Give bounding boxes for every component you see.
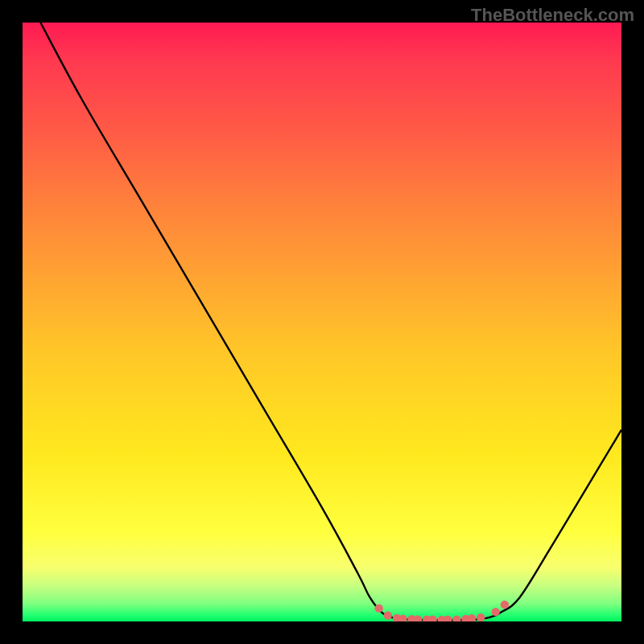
data-dot bbox=[444, 616, 452, 621]
chart-svg bbox=[23, 23, 621, 621]
data-dot bbox=[452, 615, 460, 621]
data-dot bbox=[374, 604, 382, 612]
data-dot bbox=[414, 615, 422, 621]
chart-plot-area bbox=[23, 23, 621, 621]
watermark-text: TheBottleneck.com bbox=[471, 5, 634, 26]
data-dot bbox=[468, 614, 476, 621]
curve-line bbox=[40, 23, 621, 621]
data-dot bbox=[428, 616, 436, 621]
data-dot bbox=[384, 611, 392, 619]
data-dot bbox=[477, 613, 485, 621]
data-dot bbox=[492, 608, 500, 616]
data-dot bbox=[501, 601, 509, 609]
